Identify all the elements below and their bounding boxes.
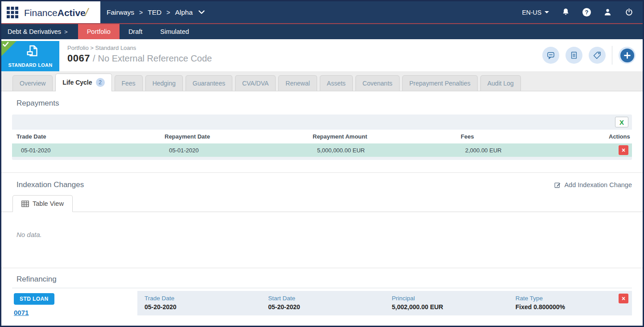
top-bar-actions: EN-US ? xyxy=(522,1,643,23)
repayment-row[interactable]: 05-01-2020 05-01-2020 5,000,000.00 EUR 2… xyxy=(12,143,632,157)
refinancing-details-panel: Trade Date 05-20-2020 Start Date 05-20-2… xyxy=(137,291,632,315)
refinancing-title: Refinancing xyxy=(17,275,632,284)
brand-name: FinanceActive/ xyxy=(24,6,88,19)
delete-refinancing-button[interactable]: × xyxy=(619,294,628,303)
refinancing-rule xyxy=(12,288,632,288)
tab-covenants[interactable]: Covenants xyxy=(355,75,400,91)
tab-guarantees[interactable]: Guarantees xyxy=(186,75,232,91)
comments-button[interactable] xyxy=(542,47,559,64)
breadcrumb-group[interactable]: TED xyxy=(148,8,161,16)
plus-icon xyxy=(623,52,631,59)
notes-button[interactable] xyxy=(566,47,582,64)
tab-fees[interactable]: Fees xyxy=(115,75,143,91)
excel-export-button[interactable]: X xyxy=(615,117,628,127)
entity-breadcrumb: Fairways > TED > Alpha xyxy=(107,1,205,23)
column-repayment-amount: Repayment Amount xyxy=(308,133,456,140)
chevron-down-icon[interactable] xyxy=(198,10,205,14)
repayments-section: Repayments X Trade Date Repayment Date R… xyxy=(12,99,632,160)
nav-tab-portfolio[interactable]: Portfolio xyxy=(78,24,120,39)
breadcrumb-entity[interactable]: Alpha xyxy=(175,8,193,16)
field-rate-type: Rate Type Fixed 0.800000% xyxy=(508,295,632,311)
refinancing-card: STD LOAN 0071 Trade Date 05-20-2020 Star… xyxy=(12,291,632,317)
indexation-empty-state: No data. xyxy=(17,231,632,238)
delete-repayment-button[interactable]: × xyxy=(619,145,628,155)
user-account-icon[interactable] xyxy=(603,8,612,17)
cell-repayment-amount: 5,000,000.00 EUR xyxy=(308,147,456,154)
section-divider xyxy=(1,268,643,268)
table-icon xyxy=(21,200,29,207)
breadcrumb-separator: > xyxy=(139,9,143,16)
tab-hedging[interactable]: Hedging xyxy=(145,75,183,91)
brand-logo[interactable]: FinanceActive/ xyxy=(1,1,100,23)
refinancing-section: Refinancing STD LOAN 0071 Trade Date 05-… xyxy=(12,275,632,317)
refinanced-loan-link[interactable]: 0071 xyxy=(14,309,29,316)
notifications-bell-icon[interactable] xyxy=(561,8,570,17)
tab-overview[interactable]: Overview xyxy=(12,75,53,91)
tab-audit-log[interactable]: Audit Log xyxy=(480,75,521,91)
indexation-tab-rule: Table View xyxy=(1,195,643,212)
indexation-section: Indexation Changes Add Indexation Change… xyxy=(12,180,632,238)
tab-cva-dva[interactable]: CVA/DVA xyxy=(235,75,276,91)
breadcrumb-separator: > xyxy=(166,9,170,16)
delete-icon: × xyxy=(622,147,625,153)
nav-tab-draft[interactable]: Draft xyxy=(120,24,151,39)
edit-icon xyxy=(554,181,561,188)
cell-trade-date: 05-01-2020 xyxy=(12,147,160,154)
field-trade-date: Trade Date 05-20-2020 xyxy=(137,295,261,311)
repayments-header-row: Trade Date Repayment Date Repayment Amou… xyxy=(12,130,632,143)
repayments-title: Repayments xyxy=(17,99,632,108)
field-principal: Principal 5,002,000.00 EUR xyxy=(385,295,508,311)
nav-tab-simulated[interactable]: Simulated xyxy=(151,24,198,39)
tab-life-cycle[interactable]: Life Cycle2 xyxy=(55,74,111,91)
page-header: STANDARD LOAN Portfolio > Standard Loans… xyxy=(1,39,643,71)
tags-button[interactable] xyxy=(589,47,606,64)
loan-document-icon xyxy=(26,45,39,58)
chevron-right-icon: > xyxy=(64,29,68,35)
field-start-date: Start Date 05-20-2020 xyxy=(261,295,384,311)
loan-tabs: Overview Life Cycle2 Fees Hedging Guaran… xyxy=(1,71,643,91)
caret-down-icon xyxy=(545,11,549,13)
cell-fees: 2,000.00 EUR xyxy=(456,147,604,154)
app-grid-icon[interactable] xyxy=(7,7,18,18)
language-selector[interactable]: EN-US xyxy=(522,9,549,16)
breadcrumb-client[interactable]: Fairways xyxy=(107,8,134,16)
column-repayment-date: Repayment Date xyxy=(160,133,308,140)
repayments-toolbar: X xyxy=(12,114,632,130)
power-logout-icon[interactable] xyxy=(624,8,634,17)
module-nav: Debt & Derivatives> Portfolio Draft Simu… xyxy=(1,24,643,39)
column-fees: Fees xyxy=(456,133,604,140)
cell-repayment-date: 05-01-2020 xyxy=(160,147,308,154)
actions-divider xyxy=(612,46,612,65)
life-cycle-count-badge: 2 xyxy=(96,78,105,87)
column-trade-date: Trade Date xyxy=(12,133,160,140)
std-loan-type-badge: STD LOAN xyxy=(14,293,54,305)
standard-loan-badge: STANDARD LOAN xyxy=(1,41,59,71)
header-actions xyxy=(542,46,636,65)
repayments-table: X Trade Date Repayment Date Repayment Am… xyxy=(12,114,632,160)
loan-id: 0067 xyxy=(67,53,90,64)
comment-icon xyxy=(546,51,555,60)
tab-assets[interactable]: Assets xyxy=(320,75,353,91)
check-icon xyxy=(3,42,9,47)
delete-icon: × xyxy=(622,295,625,302)
tag-icon xyxy=(593,51,602,60)
document-icon xyxy=(570,51,578,60)
tab-prepayment-penalties[interactable]: Prepayment Penalties xyxy=(402,75,478,91)
nav-module-debt-derivatives[interactable]: Debt & Derivatives> xyxy=(1,24,74,39)
help-icon[interactable]: ? xyxy=(582,8,591,16)
add-indexation-change-link[interactable]: Add Indexation Change xyxy=(554,181,632,188)
indexation-title: Indexation Changes xyxy=(17,180,84,189)
tab-renewal[interactable]: Renewal xyxy=(278,75,317,91)
loan-subtitle: No External Reference Code xyxy=(98,53,212,64)
add-button[interactable] xyxy=(619,47,636,64)
top-bar: FinanceActive/ Fairways > TED > Alpha EN… xyxy=(1,1,643,23)
column-actions: Actions xyxy=(604,133,632,140)
section-divider xyxy=(1,172,643,173)
table-view-tab[interactable]: Table View xyxy=(12,195,73,212)
loan-badge-label: STANDARD LOAN xyxy=(1,62,59,68)
